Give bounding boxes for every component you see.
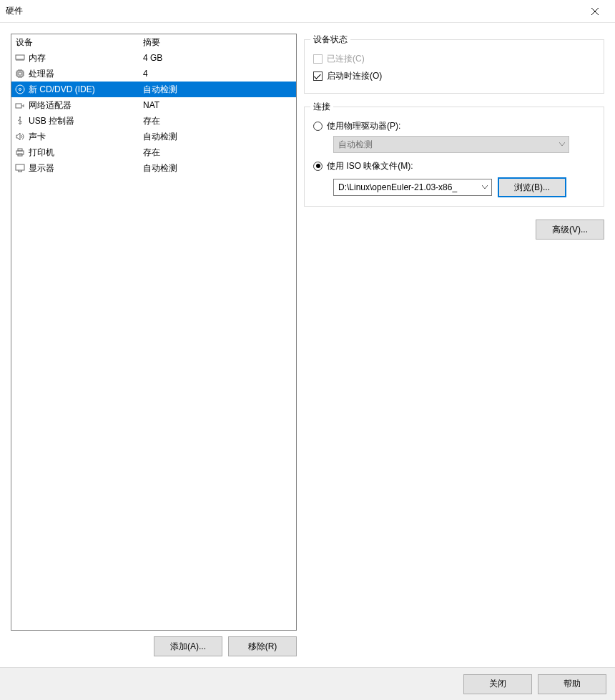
- printer-icon: [14, 147, 26, 158]
- hardware-dialog: 硬件 设备 摘要 内存 4 GB 处理器 4 新 CD/DVD (IDE): [0, 0, 615, 700]
- window-title: 硬件: [6, 5, 581, 17]
- dialog-footer: 关闭 帮助: [0, 667, 615, 700]
- device-summary: 自动检测: [140, 84, 296, 96]
- titlebar: 硬件: [0, 0, 615, 23]
- add-button[interactable]: 添加(A)...: [154, 636, 222, 656]
- physical-drive-select: 自动检测: [333, 136, 569, 153]
- device-row[interactable]: 网络适配器 NAT: [11, 97, 296, 113]
- svg-rect-0: [16, 55, 24, 59]
- column-summary: 摘要: [140, 36, 296, 49]
- display-icon: [14, 162, 26, 174]
- usb-icon: [14, 115, 26, 127]
- device-summary: 自动检测: [140, 162, 296, 174]
- device-summary: 4: [140, 69, 296, 79]
- device-summary: 自动检测: [140, 131, 296, 143]
- device-summary: NAT: [140, 100, 296, 110]
- radio-use-physical[interactable]: 使用物理驱动器(P):: [313, 117, 595, 134]
- iso-path-select[interactable]: D:\Linux\openEuler-21.03-x86_: [333, 179, 492, 196]
- device-name: 内存: [29, 52, 46, 64]
- device-row[interactable]: 显示器 自动检测: [11, 160, 296, 176]
- close-button[interactable]: 关闭: [463, 674, 532, 694]
- device-name: 网络适配器: [29, 99, 72, 112]
- device-list: 设备 摘要 内存 4 GB 处理器 4 新 CD/DVD (IDE) 自动检测 …: [11, 34, 297, 631]
- radio-icon[interactable]: [313, 122, 323, 131]
- browse-button[interactable]: 浏览(B)...: [498, 177, 566, 197]
- checkbox-icon[interactable]: [313, 72, 323, 81]
- device-summary: 存在: [140, 147, 296, 159]
- device-row[interactable]: 处理器 4: [11, 66, 296, 82]
- checkbox-icon: [313, 54, 323, 64]
- svg-rect-1: [17, 71, 23, 77]
- device-row[interactable]: 声卡 自动检测: [11, 129, 296, 144]
- device-summary: 存在: [140, 115, 296, 127]
- radio-icon[interactable]: [313, 162, 323, 171]
- group-title-connection: 连接: [310, 101, 333, 113]
- radio-label: 使用 ISO 映像文件(M):: [327, 160, 413, 172]
- sound-icon: [14, 131, 26, 142]
- group-title-status: 设备状态: [310, 34, 350, 46]
- svg-point-6: [19, 117, 21, 118]
- device-name: 打印机: [29, 147, 54, 159]
- radio-label: 使用物理驱动器(P):: [327, 120, 400, 132]
- svg-rect-8: [18, 149, 22, 151]
- column-device: 设备: [11, 36, 140, 49]
- device-name: 处理器: [29, 68, 54, 80]
- svg-rect-2: [19, 72, 21, 75]
- checkbox-label: 启动时连接(O): [327, 70, 382, 82]
- cd-icon: [14, 84, 26, 95]
- help-button[interactable]: 帮助: [538, 674, 606, 694]
- close-icon[interactable]: [581, 1, 609, 21]
- svg-rect-10: [16, 164, 24, 170]
- svg-point-4: [19, 89, 21, 91]
- device-summary: 4 GB: [140, 53, 296, 63]
- device-name: 声卡: [29, 131, 46, 143]
- svg-point-3: [16, 85, 24, 94]
- device-name: USB 控制器: [29, 115, 74, 127]
- network-icon: [14, 99, 26, 111]
- chevron-down-icon[interactable]: [478, 179, 491, 195]
- memory-icon: [14, 52, 26, 64]
- chevron-down-icon: [556, 137, 569, 152]
- device-row[interactable]: 新 CD/DVD (IDE) 自动检测: [11, 82, 296, 97]
- device-row[interactable]: 内存 4 GB: [11, 50, 296, 66]
- group-device-status: 设备状态 已连接(C) 启动时连接(O): [304, 39, 604, 94]
- device-row[interactable]: 打印机 存在: [11, 144, 296, 160]
- device-name: 显示器: [29, 162, 54, 174]
- device-list-header: 设备 摘要: [11, 34, 296, 50]
- combo-value: D:\Linux\openEuler-21.03-x86_: [334, 182, 478, 192]
- radio-use-iso[interactable]: 使用 ISO 映像文件(M):: [313, 157, 595, 174]
- checkbox-connect-on-start[interactable]: 启动时连接(O): [313, 67, 595, 84]
- cpu-icon: [14, 68, 26, 79]
- combo-value: 自动检测: [334, 139, 556, 151]
- group-connection: 连接 使用物理驱动器(P): 自动检测 使用 ISO 映像文件(M):: [304, 107, 604, 207]
- advanced-button[interactable]: 高级(V)...: [536, 220, 604, 240]
- remove-button[interactable]: 移除(R): [228, 636, 297, 656]
- checkbox-connected: 已连接(C): [313, 50, 595, 67]
- device-name: 新 CD/DVD (IDE): [29, 84, 95, 96]
- checkbox-label: 已连接(C): [327, 53, 365, 65]
- device-row[interactable]: USB 控制器 存在: [11, 113, 296, 129]
- svg-rect-5: [16, 104, 21, 108]
